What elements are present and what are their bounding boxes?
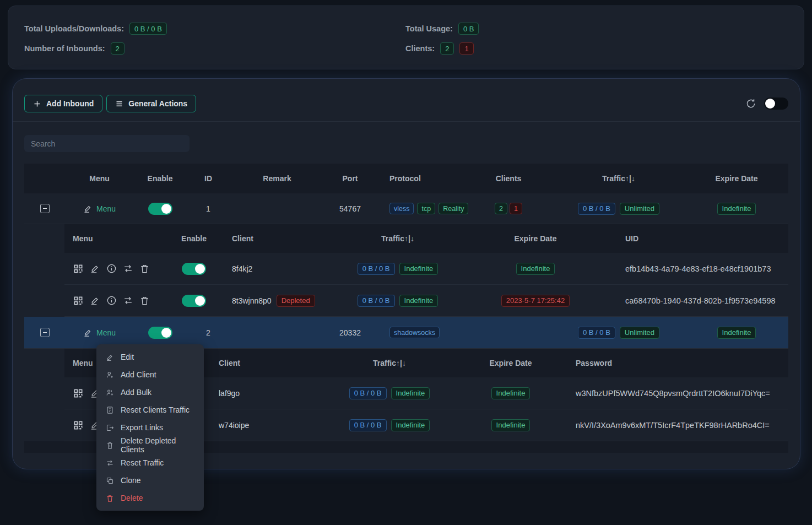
- clients-cell: 2 1: [464, 203, 553, 214]
- row-menu-button[interactable]: Menu: [83, 328, 116, 337]
- qr-code-icon[interactable]: [73, 263, 84, 274]
- expire-cell: Indefinite: [685, 327, 788, 339]
- expire-cell: Indefinite: [456, 387, 566, 399]
- client-row: 8f4kj2 0 B / 0 B Indefinite Indefinite e…: [64, 253, 788, 285]
- reset-traffic-icon[interactable]: [123, 263, 133, 274]
- client-id: 8f4kj2: [224, 264, 329, 273]
- dark-mode-toggle[interactable]: [764, 98, 788, 110]
- collapse-row-button[interactable]: [40, 204, 50, 213]
- header-enable: Enable: [134, 174, 186, 183]
- general-actions-button[interactable]: General Actions: [106, 95, 196, 112]
- toggle-knob: [765, 99, 775, 109]
- qr-code-icon[interactable]: [73, 388, 84, 399]
- expand-cell: [24, 204, 65, 213]
- menu-item-delete[interactable]: Delete: [96, 489, 204, 507]
- clients-depleted-badge: 1: [459, 42, 473, 55]
- expire-cell: Indefinite: [456, 419, 566, 431]
- qr-code-icon[interactable]: [73, 420, 84, 431]
- menu-item-clone[interactable]: Clone: [96, 472, 204, 489]
- menu-item-add-client[interactable]: Add Client: [96, 366, 204, 383]
- protocol-cell: vless tcp Reality: [376, 203, 464, 214]
- menu-item-label: Add Client: [121, 370, 156, 379]
- menu-item-label: Delete: [121, 494, 143, 502]
- header-menu: Menu: [65, 174, 134, 183]
- enable-toggle[interactable]: [148, 203, 172, 215]
- menu-item-reset-traffic[interactable]: Reset Traffic: [96, 454, 204, 472]
- traffic-cell: 0 B / 0 B Indefinite: [323, 387, 456, 399]
- row-menu-label: Menu: [96, 204, 116, 213]
- client-table-header-row: Menu Enable Client Traffic↑|↓ Expire Dat…: [64, 224, 788, 253]
- clone-icon: [106, 477, 114, 485]
- search-input[interactable]: [24, 135, 190, 152]
- menu-item-label: Reset Traffic: [121, 458, 164, 467]
- edit-icon: [83, 204, 93, 213]
- header-traffic-sort[interactable]: Traffic↑|↓: [323, 359, 456, 367]
- info-icon[interactable]: [106, 295, 117, 306]
- menu-item-add-bulk[interactable]: Add Bulk: [96, 383, 204, 401]
- users-add-icon: [106, 388, 114, 397]
- expire-cell: Indefinite: [685, 203, 788, 215]
- menu-cell: Menu: [65, 328, 134, 337]
- header-expire: Expire Date: [456, 359, 566, 367]
- edit-icon[interactable]: [90, 263, 100, 274]
- header-expire: Expire Date: [467, 234, 604, 243]
- add-inbound-button[interactable]: Add Inbound: [24, 95, 102, 112]
- header-client: Client: [219, 359, 323, 367]
- qr-code-icon[interactable]: [73, 295, 84, 306]
- traffic-badge: 0 B / 0 B: [358, 263, 395, 275]
- reset-traffic-icon[interactable]: [123, 295, 133, 306]
- header-port: Port: [324, 174, 376, 183]
- general-actions-label: General Actions: [128, 99, 187, 108]
- edit-icon[interactable]: [90, 295, 100, 306]
- traffic-limit-badge: Indefinite: [399, 263, 439, 275]
- clients-active-badge: 2: [495, 203, 507, 214]
- menu-lines-icon: [115, 100, 123, 108]
- collapse-row-button[interactable]: [40, 328, 50, 337]
- client-row: 8t3wjnn8p0 Depleted 0 B / 0 B Indefinite…: [64, 285, 788, 317]
- header-traffic-sort[interactable]: Traffic↑|↓: [329, 234, 467, 243]
- trash-icon[interactable]: [139, 295, 150, 306]
- trash-icon[interactable]: [139, 263, 150, 274]
- menu-item-export-links[interactable]: Export Links: [96, 419, 204, 436]
- traffic-badge: 0 B / 0 B: [349, 419, 387, 431]
- id-cell: 2: [186, 328, 230, 337]
- stat-label: Number of Inbounds:: [24, 44, 105, 53]
- info-icon[interactable]: [106, 263, 117, 274]
- trash-icon: [106, 494, 114, 502]
- row-menu-button[interactable]: Menu: [83, 204, 116, 213]
- enable-toggle[interactable]: [182, 263, 206, 275]
- protocol-cell: shadowsocks: [376, 327, 464, 338]
- header-menu: Menu: [64, 234, 164, 243]
- traffic-cell: 0 B / 0 B Unlimited: [553, 327, 685, 339]
- total-usage-badge: 0 B: [458, 23, 479, 35]
- client-id: w74ioipe: [219, 421, 323, 430]
- protocol-tag: shadowsocks: [389, 327, 440, 338]
- menu-item-reset-clients-traffic[interactable]: Reset Clients Traffic: [96, 401, 204, 419]
- table-header-row: Menu Enable ID Remark Port Protocol Clie…: [24, 164, 788, 193]
- menu-item-edit[interactable]: Edit: [96, 348, 204, 366]
- header-remark: Remark: [230, 174, 324, 183]
- export-icon: [106, 424, 114, 432]
- expire-cell: 2023-5-7 17:25:42: [467, 295, 604, 307]
- enable-toggle[interactable]: [148, 327, 172, 339]
- stat-label: Total Uploads/Downloads:: [24, 24, 124, 33]
- menu-item-label: Clone: [121, 476, 141, 485]
- menu-item-delete-depleted-clients[interactable]: Delete Depleted Clients: [96, 436, 204, 454]
- protocol-tag: tcp: [417, 203, 435, 214]
- traffic-limit-badge: Unlimited: [620, 203, 659, 215]
- expire-badge: Indefinite: [717, 203, 756, 215]
- refresh-icon[interactable]: [745, 98, 756, 109]
- header-traffic-sort[interactable]: Traffic↑|↓: [553, 174, 685, 183]
- header-expire[interactable]: Expire Date: [685, 174, 788, 183]
- menu-item-label: Delete Depleted Clients: [121, 436, 198, 454]
- header-clients[interactable]: Clients: [464, 174, 553, 183]
- client-id-cell: 8t3wjnn8p0 Depleted: [224, 295, 329, 307]
- inbound-context-menu: Edit Add Client Add Bulk Reset Clients T…: [96, 344, 204, 511]
- enable-toggle[interactable]: [182, 295, 206, 307]
- total-uploads-downloads-badge: 0 B / 0 B: [129, 23, 167, 35]
- enable-cell: [164, 263, 224, 275]
- client-menu-cell: [64, 295, 164, 306]
- stat-label: Clients:: [405, 44, 435, 53]
- toggle-knob: [195, 296, 205, 306]
- user-add-icon: [106, 371, 114, 379]
